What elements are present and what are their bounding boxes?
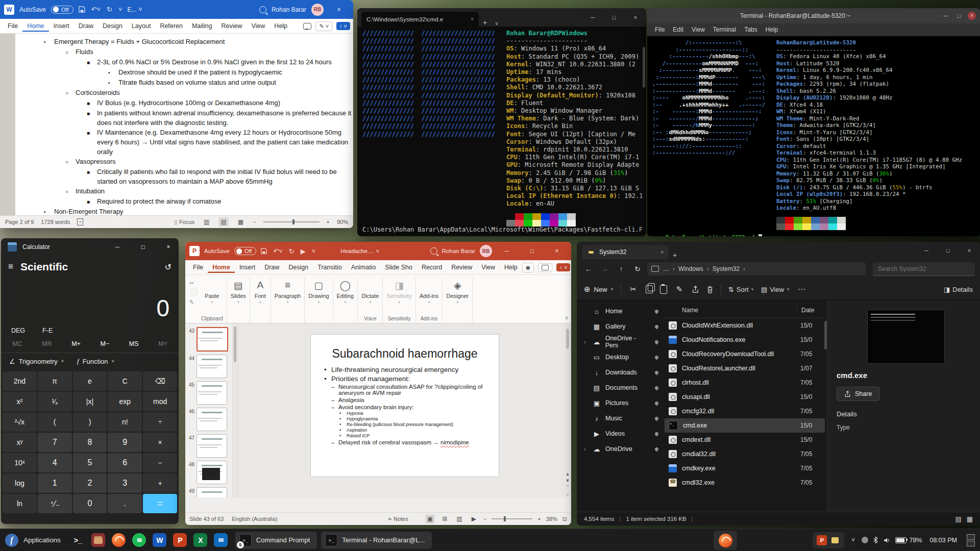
file-row[interactable]: CloudRecoveryDownloadTool.dll 7/05: [665, 347, 825, 361]
more-options-icon[interactable]: ⋯: [796, 285, 806, 294]
ribbon-tab[interactable]: Record: [417, 262, 447, 273]
slide-thumbnail[interactable]: 47: [185, 433, 232, 459]
previous-slide-button[interactable]: ⌃: [566, 485, 570, 490]
focus-button[interactable]: ▯Focus: [175, 219, 194, 225]
menu-item[interactable]: Terminal: [709, 25, 740, 34]
share-button[interactable]: ↑˅: [556, 263, 570, 271]
ribbon-tab[interactable]: Layout: [127, 20, 156, 32]
ribbon-tab[interactable]: Review: [447, 262, 477, 273]
save-icon[interactable]: [261, 248, 267, 254]
doc-title[interactable]: Headache....˅: [340, 248, 379, 254]
ribbon-tab[interactable]: Insert: [49, 20, 74, 32]
cmd-output[interactable]: ////////////// /////////////////////////…: [357, 27, 646, 235]
sidebar-item[interactable]: ▶ Videos: [577, 426, 663, 441]
slide-thumbnail-image[interactable]: [197, 408, 227, 431]
ribbon-tab[interactable]: Help: [500, 262, 522, 273]
ribbon-button[interactable]: Paste ˅: [205, 277, 219, 305]
ribbon-tab[interactable]: Design: [284, 262, 313, 273]
ribbon-button[interactable]: ◯ Editing ˅: [337, 277, 354, 305]
maximize-button[interactable]: □: [952, 13, 966, 19]
close-button[interactable]: ×: [968, 12, 976, 20]
calculator-key[interactable]: ²√x: [3, 412, 37, 432]
user-name[interactable]: Rohan Barar: [442, 248, 475, 254]
status-indicator-icon[interactable]: [862, 537, 868, 543]
minimize-button[interactable]: ─: [939, 13, 952, 19]
slide-canvas[interactable]: Subarachnoid haemorrhage • Life-threaten…: [311, 335, 499, 477]
angle-unit-button[interactable]: DEG: [11, 327, 25, 334]
copy-icon[interactable]: [646, 285, 653, 293]
large-icons-view-icon[interactable]: ▦: [967, 515, 973, 523]
close-button[interactable]: ×: [547, 248, 567, 254]
delete-icon[interactable]: [706, 286, 714, 293]
present-icon[interactable]: ▶: [301, 247, 306, 255]
ribbon-tab[interactable]: File: [3, 20, 22, 32]
close-button[interactable]: ×: [959, 242, 980, 260]
new-tab-button[interactable]: +: [669, 251, 681, 259]
zoom-in-button[interactable]: +: [327, 219, 330, 225]
ribbon-button[interactable]: ▢ Drawing ˅: [308, 277, 329, 305]
calculator-key[interactable]: 2nd: [3, 371, 37, 391]
slide-title[interactable]: Subarachnoid haemorrhage: [311, 347, 499, 361]
sidebar-item[interactable]: › ☁ OneDrive - Pers: [577, 334, 663, 349]
word-count[interactable]: 1728 words: [41, 219, 70, 225]
cut-icon[interactable]: ✂: [628, 285, 639, 294]
calculator-key[interactable]: .: [108, 494, 142, 513]
format-painter-icon[interactable]: ✎: [189, 299, 197, 306]
sidebar-item[interactable]: ▤ Documents: [577, 380, 663, 395]
slide-thumbnail[interactable]: 43: [185, 325, 232, 353]
sidebar-item[interactable]: ▦ Gallery: [577, 319, 663, 334]
calculator-key[interactable]: 1: [38, 473, 72, 493]
calculator-key[interactable]: 6: [108, 453, 142, 472]
close-button[interactable]: ×: [158, 244, 179, 250]
cut-icon[interactable]: ✂: [189, 280, 197, 287]
calculator-key[interactable]: ×: [143, 433, 177, 452]
sidebar-item[interactable]: ⌂ Home: [577, 304, 663, 319]
refresh-button[interactable]: ↻: [631, 265, 644, 273]
launcher-icon[interactable]: >_: [68, 529, 88, 551]
search-input[interactable]: [873, 262, 975, 276]
tray-app-icon[interactable]: P: [817, 535, 827, 545]
slide-editing-area[interactable]: Subarachnoid haemorrhage • Life-threaten…: [238, 323, 571, 497]
redo-button[interactable]: ↻: [289, 247, 295, 255]
dock-active-app[interactable]: [714, 531, 737, 550]
close-button[interactable]: ×: [625, 8, 646, 27]
calculator-key[interactable]: 4: [38, 453, 72, 472]
calculator-key[interactable]: C: [108, 371, 142, 391]
print-layout-icon[interactable]: ▤: [218, 217, 228, 227]
ribbon-tab[interactable]: Mailing: [187, 20, 217, 32]
expand-chevron-icon[interactable]: ›: [584, 339, 588, 345]
file-row[interactable]: cmdkey.exe 7/05: [665, 461, 825, 475]
calculator-key[interactable]: x²: [3, 392, 37, 411]
slide-thumbnail-image[interactable]: [197, 327, 228, 352]
close-button[interactable]: ×: [329, 7, 349, 13]
panel-scrollbar[interactable]: [232, 323, 238, 497]
menu-item[interactable]: Tabs: [741, 25, 761, 34]
bluetooth-icon[interactable]: [873, 536, 878, 544]
ribbon-tab[interactable]: Draw: [260, 262, 284, 273]
file-row[interactable]: CloudIdWxhExtension.dll 15/0: [665, 318, 825, 333]
menu-item[interactable]: View: [688, 25, 708, 34]
calculator-key[interactable]: ⁺⁄₋: [38, 494, 72, 513]
page-indicator[interactable]: Page 2 of 9: [5, 219, 34, 225]
editing-mode-button[interactable]: ✎Editing˅: [315, 21, 332, 31]
expand-chevron-icon[interactable]: ›: [584, 446, 588, 452]
details-view-icon[interactable]: ▤: [955, 515, 961, 523]
calculator-key[interactable]: ln: [3, 494, 37, 513]
user-name[interactable]: Rohan Barar: [272, 6, 306, 13]
memory-button[interactable]: M+: [67, 339, 85, 348]
ribbon-tab[interactable]: Help: [270, 20, 292, 32]
slide-thumbnail-image[interactable]: [197, 434, 227, 458]
file-row[interactable]: cmdial32.dll 7/05: [665, 447, 825, 461]
file-row[interactable]: cmcfg32.dll 7/05: [665, 404, 825, 418]
forward-button[interactable]: →: [598, 265, 611, 273]
battery-indicator[interactable]: 78%: [895, 537, 922, 544]
ribbon-button[interactable]: ◈ Designer ˅: [446, 277, 469, 305]
word-document-area[interactable]: • Emergent Therapy = Fluids + Glucocorti…: [0, 34, 353, 216]
ribbon-tab[interactable]: View: [477, 262, 500, 273]
sidebar-item[interactable]: ▭ Desktop: [577, 349, 663, 365]
toolbar-more-icon[interactable]: ˅: [312, 247, 316, 255]
maximize-button[interactable]: □: [522, 248, 542, 254]
search-icon[interactable]: [430, 247, 437, 255]
maximize-button[interactable]: □: [603, 8, 625, 27]
date-column-header[interactable]: Date: [797, 307, 825, 314]
